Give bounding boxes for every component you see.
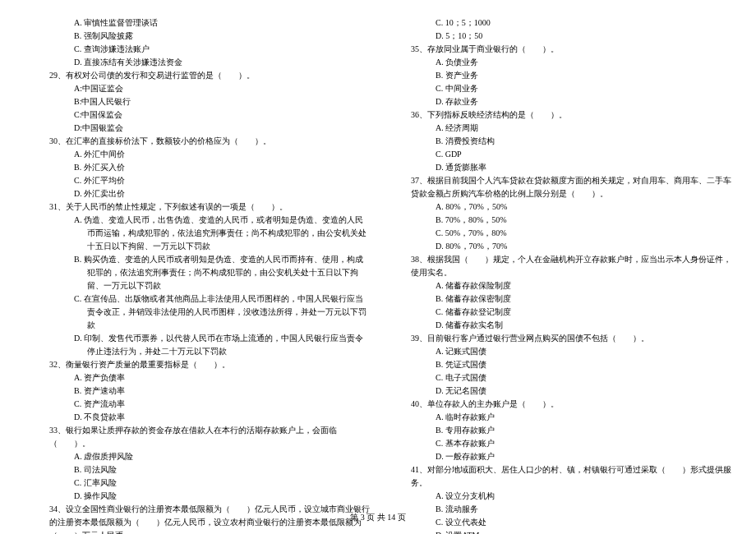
option-text: B. 强制风险披露 bbox=[25, 30, 370, 43]
option-text: D. 储蓄存款实名制 bbox=[386, 319, 731, 332]
option-text: A. 虚假质押风险 bbox=[25, 450, 370, 463]
option-text: A:中国证监会 bbox=[25, 82, 370, 95]
option-text: D. 80%，70%，70% bbox=[386, 240, 731, 253]
question-37: 37、根据目前我国个人汽车贷款在贷款额度方面的相关规定，对自用车、商用车、二手车… bbox=[386, 174, 731, 200]
option-text: B:中国人民银行 bbox=[25, 95, 370, 108]
option-text: B. 外汇买入价 bbox=[25, 161, 370, 174]
option-text: B. 购买伪造、变造的人民币或者明知是伪造、变造的人民币而持有、使用，构成犯罪的… bbox=[25, 253, 370, 292]
option-text: A. 资产负债率 bbox=[25, 371, 370, 384]
question-40: 40、单位存款人的主办账户是（ ）。 bbox=[386, 398, 731, 411]
question-38: 38、根据我国（ ）规定，个人在金融机构开立存款账户时，应当出示本人身份证件，使… bbox=[386, 253, 731, 279]
option-text: D. 操作风险 bbox=[25, 490, 370, 503]
option-text: B. 司法风险 bbox=[25, 463, 370, 476]
option-text: A. 临时存款账户 bbox=[386, 411, 731, 424]
question-41: 41、对部分地域面积大、居住人口少的村、镇，村镇银行可通过采取（ ）形式提供服务… bbox=[386, 463, 731, 490]
option-text: A. 负债业务 bbox=[386, 56, 731, 69]
option-text: C. 在宣传品、出版物或者其他商品上非法使用人民币图样的，中国人民银行应当责令改… bbox=[25, 292, 370, 332]
option-text: D. 设置ATM bbox=[386, 529, 731, 534]
question-35: 35、存放同业属于商业银行的（ ）。 bbox=[386, 43, 731, 56]
option-text: A. 80%，70%，50% bbox=[386, 200, 731, 214]
question-39: 39、目前银行客户通过银行营业网点购买的国债不包括（ ）。 bbox=[386, 332, 731, 345]
option-text: A. 储蓄存款保险制度 bbox=[386, 279, 731, 292]
question-36: 36、下列指标反映经济结构的是（ ）。 bbox=[386, 108, 731, 122]
option-text: A. 记账式国债 bbox=[386, 345, 731, 358]
option-text: D. 直接冻结有关涉嫌违法资金 bbox=[25, 56, 370, 69]
option-text: D. 存款业务 bbox=[386, 95, 731, 108]
option-text: C. 基本存款账户 bbox=[386, 437, 731, 450]
option-text: C. GDP bbox=[386, 148, 731, 161]
option-text: C. 外汇平均价 bbox=[25, 174, 370, 187]
option-text: C. 资产流动率 bbox=[25, 398, 370, 411]
question-29: 29、有权对公司债的发行和交易进行监管的是（ ）。 bbox=[25, 69, 370, 82]
option-text: C. 电子式国债 bbox=[386, 371, 731, 384]
option-text: D. 5；10；50 bbox=[386, 30, 731, 43]
option-text: D. 印制、发售代币票券，以代替人民币在市场上流通的，中国人民银行应当责令停止违… bbox=[25, 332, 370, 358]
page-footer: 第 3 页 共 14 页 bbox=[0, 511, 756, 524]
page-container: A. 审慎性监督管理谈话 B. 强制风险披露 C. 查询涉嫌违法账户 D. 直接… bbox=[0, 0, 756, 534]
option-text: A. 经济周期 bbox=[386, 122, 731, 135]
option-text: A. 审慎性监督管理谈话 bbox=[25, 16, 370, 30]
option-text: D. 一般存款账户 bbox=[386, 450, 731, 463]
left-column: A. 审慎性监督管理谈话 B. 强制风险披露 C. 查询涉嫌违法账户 D. 直接… bbox=[25, 16, 378, 534]
question-33: 33、银行如果让质押存款的资金存放在借款人在本行的活期存款账户上，会面临（ ）。 bbox=[25, 424, 370, 450]
option-text: D. 无记名国债 bbox=[386, 384, 731, 398]
option-text: B. 凭证式国债 bbox=[386, 358, 731, 371]
option-text: B. 专用存款账户 bbox=[386, 424, 731, 437]
option-text: B. 储蓄存款保密制度 bbox=[386, 292, 731, 306]
option-text: D:中国银监会 bbox=[25, 122, 370, 135]
option-text: B. 资产业务 bbox=[386, 69, 731, 82]
option-text: C:中国保监会 bbox=[25, 108, 370, 122]
option-text: D. 通货膨胀率 bbox=[386, 161, 731, 174]
option-text: B. 消费投资结构 bbox=[386, 135, 731, 148]
option-text: B. 70%，80%，50% bbox=[386, 214, 731, 227]
question-32: 32、衡量银行资产质量的最重要指标是（ ）。 bbox=[25, 358, 370, 371]
option-text: C. 储蓄存款登记制度 bbox=[386, 306, 731, 319]
option-text: D. 不良贷款率 bbox=[25, 411, 370, 424]
option-text: A. 伪造、变造人民币，出售伪造、变造的人民币，或者明知是伪造、变造的人民币而运… bbox=[25, 214, 370, 253]
option-text: B. 资产速动率 bbox=[25, 384, 370, 398]
option-text: A. 设立分支机构 bbox=[386, 490, 731, 503]
option-text: A. 外汇中间价 bbox=[25, 148, 370, 161]
option-text: C. 汇率风险 bbox=[25, 476, 370, 490]
option-text: C. 中间业务 bbox=[386, 82, 731, 95]
option-text: D. 外汇卖出价 bbox=[25, 187, 370, 200]
question-30: 30、在汇率的直接标价法下，数额较小的价格应为（ ）。 bbox=[25, 135, 370, 148]
option-text: C. 50%，70%，80% bbox=[386, 227, 731, 240]
right-column: C. 10；5；1000 D. 5；10；50 35、存放同业属于商业银行的（ … bbox=[378, 16, 731, 534]
question-31: 31、关于人民币的禁止性规定，下列叙述有误的一项是（ ）。 bbox=[25, 200, 370, 214]
option-text: C. 10；5；1000 bbox=[386, 16, 731, 30]
option-text: C. 查询涉嫌违法账户 bbox=[25, 43, 370, 56]
